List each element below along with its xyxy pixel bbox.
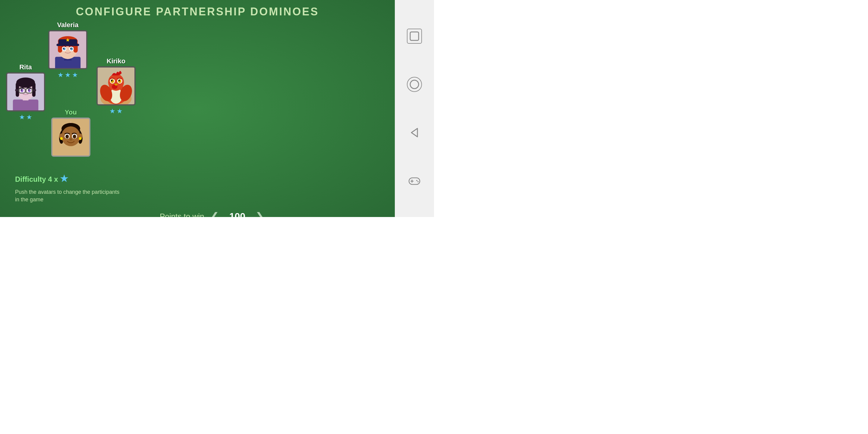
difficulty-section: Difficulty 4 x ★: [15, 173, 68, 184]
star-3: ★: [72, 71, 78, 79]
kiriko-stars: ★ ★: [110, 107, 123, 115]
svg-point-57: [60, 137, 63, 140]
rita-player[interactable]: Rita: [6, 63, 45, 121]
svg-point-29: [21, 89, 23, 92]
circle-icon[interactable]: [407, 77, 422, 92]
svg-point-67: [410, 80, 418, 89]
star-2: ★: [26, 113, 32, 121]
star-2: ★: [117, 107, 123, 115]
gamepad-icon[interactable]: [407, 173, 422, 188]
svg-point-46: [111, 80, 113, 82]
points-value: 100: [225, 211, 249, 217]
rita-avatar[interactable]: [6, 72, 45, 112]
star-1: ★: [110, 107, 116, 115]
valeria-stars: ★ ★ ★: [58, 71, 78, 79]
svg-point-17: [70, 48, 71, 49]
rita-name: Rita: [19, 63, 32, 71]
sidebar: [395, 0, 434, 217]
points-increase-button[interactable]: ❯: [255, 211, 264, 217]
config-panel: Points to win ❮ 100 ❯ Scoring Internatio…: [160, 211, 380, 217]
kiriko-name: Kiriko: [107, 57, 125, 65]
valeria-player[interactable]: Valeria: [48, 21, 87, 79]
svg-point-32: [28, 90, 29, 91]
svg-point-73: [417, 181, 418, 182]
svg-point-16: [63, 48, 64, 49]
valeria-avatar[interactable]: [48, 30, 87, 69]
points-decrease-button[interactable]: ❮: [210, 211, 219, 217]
you-avatar[interactable]: [51, 118, 90, 157]
valeria-name: Valeria: [57, 21, 79, 29]
svg-point-44: [111, 79, 114, 83]
players-panel: Valeria: [6, 21, 145, 208]
page-title: CONFIGURE PARTNERSHIP DOMINOES: [0, 5, 395, 18]
star-1: ★: [58, 71, 64, 79]
difficulty-label: Difficulty 4 x ★: [15, 173, 68, 184]
svg-marker-68: [411, 128, 417, 137]
svg-point-45: [118, 79, 121, 83]
svg-point-47: [119, 80, 120, 82]
you-name: You: [65, 108, 77, 116]
svg-point-63: [66, 135, 67, 137]
star-2: ★: [65, 71, 71, 79]
svg-rect-10: [56, 44, 79, 46]
svg-point-65: [69, 138, 72, 141]
rita-stars: ★ ★: [19, 113, 32, 121]
svg-point-31: [21, 90, 22, 91]
kiriko-avatar[interactable]: [96, 66, 135, 105]
points-label: Points to win: [160, 212, 204, 217]
svg-point-64: [73, 135, 74, 137]
difficulty-star: ★: [60, 174, 68, 184]
svg-point-30: [28, 89, 31, 92]
svg-point-58: [79, 137, 82, 140]
points-row: Points to win ❮ 100 ❯: [160, 211, 380, 217]
svg-point-14: [63, 47, 65, 50]
push-instruction: Push the avatars to change the participa…: [15, 188, 124, 204]
svg-rect-66: [410, 32, 418, 40]
svg-point-72: [416, 180, 417, 181]
kiriko-player[interactable]: Kiriko: [96, 57, 135, 115]
star-1: ★: [19, 113, 25, 121]
svg-point-61: [65, 135, 69, 138]
you-player[interactable]: You: [51, 108, 90, 157]
difficulty-value: 4 x: [48, 175, 60, 183]
square-icon[interactable]: [407, 29, 422, 44]
svg-point-54: [61, 126, 80, 146]
svg-point-62: [73, 135, 76, 138]
back-icon[interactable]: [407, 125, 422, 140]
svg-rect-19: [13, 99, 38, 110]
svg-point-15: [70, 47, 73, 50]
